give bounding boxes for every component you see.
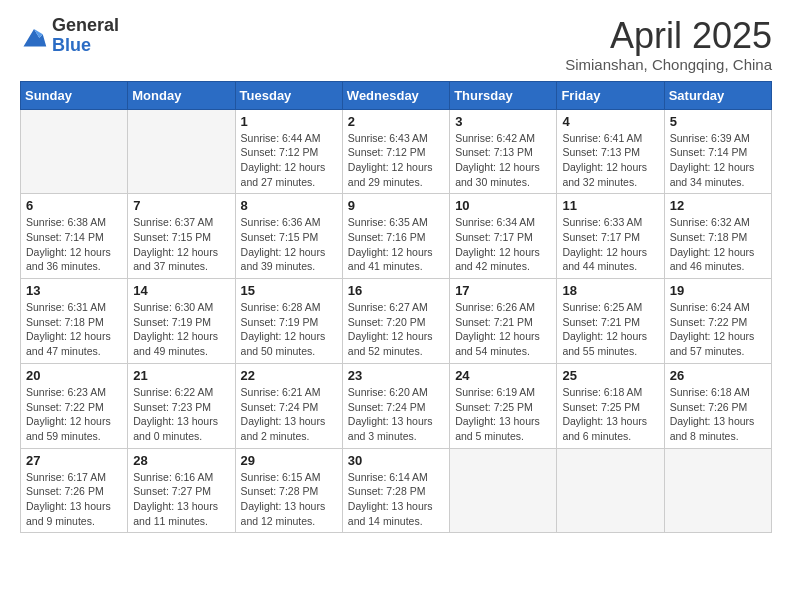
day-info: Sunrise: 6:23 AM Sunset: 7:22 PM Dayligh… [26, 385, 122, 444]
day-info: Sunrise: 6:33 AM Sunset: 7:17 PM Dayligh… [562, 215, 658, 274]
calendar-day-cell: 10Sunrise: 6:34 AM Sunset: 7:17 PM Dayli… [450, 194, 557, 279]
day-info: Sunrise: 6:32 AM Sunset: 7:18 PM Dayligh… [670, 215, 766, 274]
calendar-day-cell [557, 448, 664, 533]
calendar-day-cell: 16Sunrise: 6:27 AM Sunset: 7:20 PM Dayli… [342, 279, 449, 364]
day-number: 4 [562, 114, 658, 129]
calendar-day-cell: 11Sunrise: 6:33 AM Sunset: 7:17 PM Dayli… [557, 194, 664, 279]
day-number: 10 [455, 198, 551, 213]
title-area: April 2025 Simianshan, Chongqing, China [565, 16, 772, 73]
day-number: 29 [241, 453, 337, 468]
calendar-day-cell: 23Sunrise: 6:20 AM Sunset: 7:24 PM Dayli… [342, 363, 449, 448]
calendar-header-tuesday: Tuesday [235, 81, 342, 109]
day-number: 15 [241, 283, 337, 298]
logo-general: General [52, 16, 119, 36]
calendar-day-cell: 14Sunrise: 6:30 AM Sunset: 7:19 PM Dayli… [128, 279, 235, 364]
logo-icon [20, 22, 48, 50]
calendar-day-cell: 24Sunrise: 6:19 AM Sunset: 7:25 PM Dayli… [450, 363, 557, 448]
calendar-day-cell: 5Sunrise: 6:39 AM Sunset: 7:14 PM Daylig… [664, 109, 771, 194]
day-number: 1 [241, 114, 337, 129]
calendar-day-cell: 19Sunrise: 6:24 AM Sunset: 7:22 PM Dayli… [664, 279, 771, 364]
calendar-day-cell: 28Sunrise: 6:16 AM Sunset: 7:27 PM Dayli… [128, 448, 235, 533]
calendar-header-monday: Monday [128, 81, 235, 109]
calendar-day-cell: 13Sunrise: 6:31 AM Sunset: 7:18 PM Dayli… [21, 279, 128, 364]
calendar-day-cell: 22Sunrise: 6:21 AM Sunset: 7:24 PM Dayli… [235, 363, 342, 448]
calendar-day-cell: 1Sunrise: 6:44 AM Sunset: 7:12 PM Daylig… [235, 109, 342, 194]
day-number: 22 [241, 368, 337, 383]
day-info: Sunrise: 6:39 AM Sunset: 7:14 PM Dayligh… [670, 131, 766, 190]
day-info: Sunrise: 6:30 AM Sunset: 7:19 PM Dayligh… [133, 300, 229, 359]
calendar-day-cell: 15Sunrise: 6:28 AM Sunset: 7:19 PM Dayli… [235, 279, 342, 364]
day-number: 28 [133, 453, 229, 468]
day-info: Sunrise: 6:36 AM Sunset: 7:15 PM Dayligh… [241, 215, 337, 274]
day-info: Sunrise: 6:18 AM Sunset: 7:26 PM Dayligh… [670, 385, 766, 444]
day-info: Sunrise: 6:43 AM Sunset: 7:12 PM Dayligh… [348, 131, 444, 190]
day-number: 11 [562, 198, 658, 213]
day-info: Sunrise: 6:35 AM Sunset: 7:16 PM Dayligh… [348, 215, 444, 274]
day-info: Sunrise: 6:44 AM Sunset: 7:12 PM Dayligh… [241, 131, 337, 190]
calendar-day-cell [450, 448, 557, 533]
logo-text: General Blue [52, 16, 119, 56]
calendar-day-cell: 20Sunrise: 6:23 AM Sunset: 7:22 PM Dayli… [21, 363, 128, 448]
calendar-day-cell: 4Sunrise: 6:41 AM Sunset: 7:13 PM Daylig… [557, 109, 664, 194]
calendar-day-cell [664, 448, 771, 533]
day-info: Sunrise: 6:28 AM Sunset: 7:19 PM Dayligh… [241, 300, 337, 359]
day-info: Sunrise: 6:19 AM Sunset: 7:25 PM Dayligh… [455, 385, 551, 444]
calendar-week-row: 27Sunrise: 6:17 AM Sunset: 7:26 PM Dayli… [21, 448, 772, 533]
day-number: 6 [26, 198, 122, 213]
day-info: Sunrise: 6:37 AM Sunset: 7:15 PM Dayligh… [133, 215, 229, 274]
calendar-day-cell [128, 109, 235, 194]
day-number: 8 [241, 198, 337, 213]
day-info: Sunrise: 6:34 AM Sunset: 7:17 PM Dayligh… [455, 215, 551, 274]
day-number: 7 [133, 198, 229, 213]
day-number: 14 [133, 283, 229, 298]
day-info: Sunrise: 6:42 AM Sunset: 7:13 PM Dayligh… [455, 131, 551, 190]
day-number: 17 [455, 283, 551, 298]
location-subtitle: Simianshan, Chongqing, China [565, 56, 772, 73]
day-info: Sunrise: 6:31 AM Sunset: 7:18 PM Dayligh… [26, 300, 122, 359]
calendar-header-friday: Friday [557, 81, 664, 109]
calendar-day-cell: 6Sunrise: 6:38 AM Sunset: 7:14 PM Daylig… [21, 194, 128, 279]
calendar-day-cell: 17Sunrise: 6:26 AM Sunset: 7:21 PM Dayli… [450, 279, 557, 364]
calendar-week-row: 6Sunrise: 6:38 AM Sunset: 7:14 PM Daylig… [21, 194, 772, 279]
day-info: Sunrise: 6:24 AM Sunset: 7:22 PM Dayligh… [670, 300, 766, 359]
logo: General Blue [20, 16, 119, 56]
calendar-day-cell: 26Sunrise: 6:18 AM Sunset: 7:26 PM Dayli… [664, 363, 771, 448]
calendar-day-cell: 8Sunrise: 6:36 AM Sunset: 7:15 PM Daylig… [235, 194, 342, 279]
day-number: 26 [670, 368, 766, 383]
calendar-week-row: 13Sunrise: 6:31 AM Sunset: 7:18 PM Dayli… [21, 279, 772, 364]
day-info: Sunrise: 6:16 AM Sunset: 7:27 PM Dayligh… [133, 470, 229, 529]
day-number: 9 [348, 198, 444, 213]
day-number: 20 [26, 368, 122, 383]
day-info: Sunrise: 6:25 AM Sunset: 7:21 PM Dayligh… [562, 300, 658, 359]
logo-blue: Blue [52, 36, 119, 56]
calendar-table: SundayMondayTuesdayWednesdayThursdayFrid… [20, 81, 772, 534]
day-number: 25 [562, 368, 658, 383]
calendar-day-cell [21, 109, 128, 194]
day-info: Sunrise: 6:26 AM Sunset: 7:21 PM Dayligh… [455, 300, 551, 359]
day-number: 3 [455, 114, 551, 129]
calendar-day-cell: 21Sunrise: 6:22 AM Sunset: 7:23 PM Dayli… [128, 363, 235, 448]
day-number: 18 [562, 283, 658, 298]
day-info: Sunrise: 6:27 AM Sunset: 7:20 PM Dayligh… [348, 300, 444, 359]
day-number: 19 [670, 283, 766, 298]
calendar-day-cell: 29Sunrise: 6:15 AM Sunset: 7:28 PM Dayli… [235, 448, 342, 533]
calendar-header-wednesday: Wednesday [342, 81, 449, 109]
day-number: 27 [26, 453, 122, 468]
day-info: Sunrise: 6:15 AM Sunset: 7:28 PM Dayligh… [241, 470, 337, 529]
calendar-day-cell: 18Sunrise: 6:25 AM Sunset: 7:21 PM Dayli… [557, 279, 664, 364]
calendar-week-row: 1Sunrise: 6:44 AM Sunset: 7:12 PM Daylig… [21, 109, 772, 194]
day-info: Sunrise: 6:14 AM Sunset: 7:28 PM Dayligh… [348, 470, 444, 529]
day-number: 12 [670, 198, 766, 213]
day-info: Sunrise: 6:22 AM Sunset: 7:23 PM Dayligh… [133, 385, 229, 444]
day-number: 30 [348, 453, 444, 468]
svg-marker-0 [24, 29, 47, 47]
calendar-day-cell: 2Sunrise: 6:43 AM Sunset: 7:12 PM Daylig… [342, 109, 449, 194]
day-info: Sunrise: 6:18 AM Sunset: 7:25 PM Dayligh… [562, 385, 658, 444]
calendar-day-cell: 25Sunrise: 6:18 AM Sunset: 7:25 PM Dayli… [557, 363, 664, 448]
calendar-header-saturday: Saturday [664, 81, 771, 109]
calendar-day-cell: 27Sunrise: 6:17 AM Sunset: 7:26 PM Dayli… [21, 448, 128, 533]
day-info: Sunrise: 6:38 AM Sunset: 7:14 PM Dayligh… [26, 215, 122, 274]
day-number: 21 [133, 368, 229, 383]
calendar-day-cell: 7Sunrise: 6:37 AM Sunset: 7:15 PM Daylig… [128, 194, 235, 279]
day-number: 16 [348, 283, 444, 298]
